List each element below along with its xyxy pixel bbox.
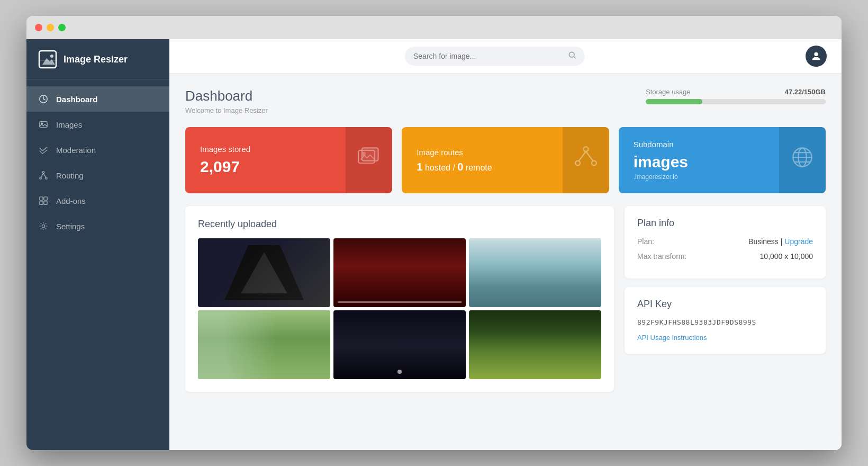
svg-point-21: [583, 147, 588, 151]
right-cards: Plan info Plan: Business | Upgrade Max t…: [625, 206, 826, 392]
subdomain-label: Subdomain: [634, 140, 688, 149]
dashboard-icon: [38, 94, 49, 104]
svg-rect-12: [40, 201, 43, 204]
api-key-card: API Key 892F9KJFHS88L9383JDF9DS899S API …: [625, 287, 826, 354]
recently-uploaded-card: Recently uploaded: [185, 206, 614, 392]
sidebar-item-addons[interactable]: Add-ons: [26, 188, 169, 213]
image-routes-value: 1 hosted / 0 remote: [417, 161, 492, 173]
traffic-lights: [35, 24, 66, 31]
search-input[interactable]: [413, 52, 564, 60]
sidebar-item-moderation[interactable]: Moderation: [26, 137, 169, 163]
sidebar-item-settings[interactable]: Settings: [26, 213, 169, 239]
close-button[interactable]: [35, 24, 42, 31]
logo-text: Image Resizer: [64, 54, 128, 65]
titlebar: [26, 16, 842, 39]
header-search: [184, 47, 806, 66]
max-transform-label: Max transform:: [637, 252, 686, 261]
svg-line-8: [41, 173, 44, 177]
page-title: Dashboard: [185, 88, 268, 104]
plan-info-card: Plan info Plan: Business | Upgrade Max t…: [625, 206, 826, 279]
addons-icon: [38, 195, 49, 206]
bottom-section: Recently uploaded: [185, 206, 826, 392]
settings-icon: [38, 221, 49, 231]
svg-point-15: [569, 52, 574, 57]
content-area: Dashboard Welcome to Image Resizer Stora…: [169, 73, 842, 450]
sidebar-item-dashboard-label: Dashboard: [56, 95, 97, 104]
main-content: Dashboard Welcome to Image Resizer Stora…: [169, 39, 842, 450]
thumbnail-6[interactable]: [469, 310, 601, 379]
max-transform-value: 10,000 x 10,000: [760, 252, 813, 261]
svg-rect-11: [44, 197, 47, 200]
logo-icon: [38, 50, 57, 69]
storage-label: Storage usage 47.22/150GB: [646, 88, 826, 96]
svg-point-22: [575, 161, 580, 166]
minimize-button[interactable]: [47, 24, 54, 31]
subdomain-value: images: [634, 153, 688, 171]
page-header: Dashboard Welcome to Image Resizer Stora…: [185, 88, 826, 114]
thumbnail-1[interactable]: [198, 238, 330, 307]
svg-line-24: [578, 151, 585, 161]
svg-point-1: [50, 55, 53, 58]
max-transform-row: Max transform: 10,000 x 10,000: [637, 252, 813, 261]
app-window: Image Resizer Dashboard: [26, 16, 842, 450]
routes-remote-count: 0: [457, 161, 463, 173]
image-store-icon: [357, 146, 381, 175]
sidebar-item-addons-label: Add-ons: [56, 196, 86, 205]
maximize-button[interactable]: [58, 24, 66, 31]
sidebar-item-routing[interactable]: Routing: [26, 163, 169, 188]
sidebar-item-dashboard[interactable]: Dashboard: [26, 86, 169, 112]
sidebar-logo: Image Resizer: [26, 39, 169, 80]
svg-point-23: [592, 161, 596, 166]
svg-point-14: [42, 225, 44, 227]
api-key-value: 892F9KJFHS88L9383JDF9DS899S: [637, 318, 813, 326]
images-stored-icon-bg: [346, 127, 392, 193]
sidebar-item-routing-label: Routing: [56, 171, 84, 180]
images-stored-label: Images stored: [200, 145, 250, 154]
moderation-icon: [38, 145, 49, 155]
sidebar-nav: Dashboard Images: [26, 80, 169, 450]
svg-point-4: [41, 123, 43, 124]
subdomain-icon-bg: [779, 127, 826, 193]
images-stored-value: 2,097: [200, 158, 250, 176]
recently-uploaded-title: Recently uploaded: [198, 219, 601, 230]
api-usage-link[interactable]: API Usage instructions: [637, 334, 707, 342]
routing-icon: [38, 170, 49, 181]
storage-fill: [646, 99, 702, 104]
storage-value: 47.22/150GB: [785, 88, 826, 96]
plan-row: Plan: Business | Upgrade: [637, 237, 813, 246]
plan-value: Business | Upgrade: [748, 237, 813, 246]
thumbnail-5[interactable]: [333, 310, 466, 379]
thumbnail-3[interactable]: [469, 238, 601, 307]
svg-line-9: [43, 173, 46, 177]
image-routes-label: Image routes: [417, 148, 492, 157]
images-icon: [38, 119, 49, 130]
svg-point-7: [46, 177, 48, 180]
svg-point-20: [363, 153, 366, 156]
page-subtitle: Welcome to Image Resizer: [185, 106, 268, 114]
image-routes-icon-bg: [563, 127, 609, 193]
sidebar-item-images-label: Images: [56, 120, 82, 129]
search-icon: [568, 51, 576, 61]
svg-rect-3: [40, 122, 47, 128]
app-body: Image Resizer Dashboard: [26, 39, 842, 450]
stat-card-images-stored: Images stored 2,097: [185, 127, 392, 193]
upgrade-link[interactable]: Upgrade: [784, 237, 813, 246]
svg-point-6: [40, 177, 42, 180]
subdomain-icon: [791, 146, 814, 175]
svg-point-5: [42, 172, 44, 174]
svg-rect-13: [44, 201, 47, 204]
page-title-block: Dashboard Welcome to Image Resizer: [185, 88, 268, 114]
search-bar: [405, 47, 585, 66]
avatar[interactable]: [806, 46, 827, 67]
sidebar-item-moderation-label: Moderation: [56, 146, 96, 155]
thumbnail-2[interactable]: [333, 238, 466, 307]
stat-card-subdomain: Subdomain images .imageresizer.io: [619, 127, 826, 193]
storage-label-text: Storage usage: [646, 88, 691, 96]
stat-cards: Images stored 2,097: [185, 127, 826, 193]
sidebar-item-images[interactable]: Images: [26, 112, 169, 137]
header: [169, 39, 842, 73]
sidebar-item-settings-label: Settings: [56, 222, 85, 231]
svg-line-25: [586, 151, 593, 161]
thumbnail-4[interactable]: [198, 310, 330, 379]
plan-label: Plan:: [637, 237, 654, 246]
